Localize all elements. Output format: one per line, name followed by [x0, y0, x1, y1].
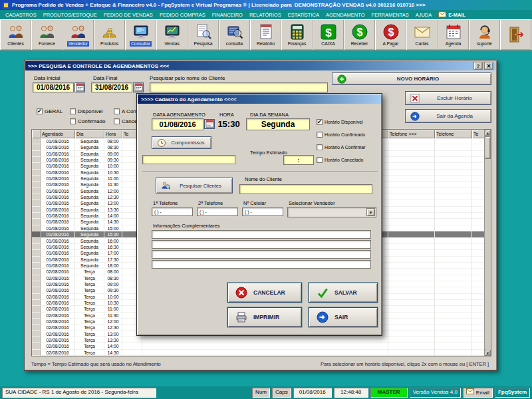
exit-icon — [507, 26, 525, 43]
celular-input[interactable]: ( ) - — [242, 207, 283, 216]
column-header[interactable]: Hora — [104, 130, 122, 138]
column-header[interactable]: Telefone — [435, 130, 472, 138]
cell-hora: 12:00 — [104, 188, 122, 194]
imprimir-button[interactable]: IMPRIMIR — [227, 307, 302, 327]
cell-agendado: 01/08/2016 — [41, 238, 75, 244]
column-header[interactable]: Agendado — [41, 130, 75, 138]
dia-da-semana-field: Segunda — [246, 118, 310, 130]
cell-hora: 14:30 — [104, 350, 122, 356]
scroll-up-icon[interactable]: ▲ — [485, 130, 491, 136]
suppliers-icon — [39, 23, 56, 41]
menu-item-agendamento[interactable]: AGENDAMENTO — [323, 12, 368, 18]
close-button[interactable]: ✕ — [484, 62, 493, 70]
menu-item-financeiro[interactable]: FINANCEIRO — [209, 12, 246, 18]
checkbox-horario-confirmado[interactable]: Horário Confirmado — [317, 132, 365, 138]
toolbar-receive-button[interactable]: $Receber — [344, 19, 375, 50]
footer-note-right: Para selecionar um horário disponível, c… — [321, 361, 489, 367]
observacao-field[interactable] — [142, 155, 235, 164]
checkbox-horario-cancelado[interactable]: Horário Cancelado — [317, 157, 363, 163]
checkbox-geral[interactable]: GERAL — [37, 108, 63, 114]
nome-cliente-input[interactable] — [239, 184, 372, 194]
toolbar-query-button[interactable]: consulta — [219, 19, 250, 50]
cell-agendado: 01/08/2016 — [41, 144, 75, 150]
toolbar-cash-button[interactable]: $CAIXA — [313, 19, 344, 50]
title-bar: Programa Pedido de Vendas + Estoque & Fi… — [0, 0, 532, 10]
menu-item-pedido-de-vendas[interactable]: PEDIDO DE VENDAS — [100, 12, 156, 18]
checkbox-disponivel[interactable]: Disponível — [70, 108, 102, 114]
toolbar-label: Fornece — [39, 41, 55, 47]
scroll-down-icon[interactable]: ▼ — [485, 350, 491, 356]
toolbar-clients-button[interactable]: Clientes — [0, 19, 31, 50]
help-button[interactable]: ? — [473, 62, 483, 70]
data-agendamento-field[interactable]: 01/08/2016 — [152, 118, 203, 130]
cell-hora: 12:00 — [104, 319, 122, 325]
menu-item-relatorios[interactable]: RELATÓRIOS — [246, 12, 285, 18]
chevron-down-icon[interactable]: ▼ — [366, 208, 375, 216]
salvar-button[interactable]: SALVAR — [309, 283, 378, 303]
toolbar-exit-button[interactable] — [500, 19, 531, 50]
column-header[interactable] — [32, 130, 41, 138]
toolbar-letters-button[interactable]: Cartas — [406, 19, 438, 50]
status-num: Num — [252, 388, 270, 398]
data-final-field[interactable]: 31/08/2016 — [91, 82, 132, 92]
checkbox-horario-disponivel[interactable]: Horário Disponível — [317, 119, 363, 125]
compromissos-button[interactable]: Compromissos — [152, 136, 211, 149]
excluir-horario-button[interactable]: Excluir Horário — [405, 91, 491, 105]
column-header[interactable]: Telefone >>> — [388, 130, 435, 138]
sair-da-agenda-button[interactable]: Sair da Agenda — [405, 109, 491, 123]
data-final-calendar-button[interactable] — [133, 82, 144, 92]
menu-item-email[interactable]: E-MAIL — [435, 11, 469, 19]
telefone1-input[interactable]: ( ) - — [152, 207, 193, 216]
toolbar-search-doc-button[interactable]: Pesquisa — [188, 19, 219, 50]
checkbox-horario-a-confirmar[interactable]: Horário A Confirmar — [317, 144, 365, 150]
toolbar-pay-button[interactable]: $A Pagar — [375, 19, 406, 50]
printer-icon — [235, 311, 247, 323]
license-text: DEMONSTRAÇÃO VENDAS v4.0 301216 010716 >… — [295, 2, 426, 8]
pesquisar-clientes-button[interactable]: Pesquisar Clientes — [156, 178, 233, 194]
toolbar-suppliers-button[interactable]: Fornece — [31, 19, 63, 50]
calendar-icon — [134, 82, 143, 94]
toolbar-report-button[interactable]: Relatório — [250, 19, 281, 50]
scroll-thumb[interactable] — [485, 136, 491, 159]
telefone2-input[interactable]: ( ) - — [197, 207, 238, 216]
menu-item-ajuda[interactable]: AJUDA — [412, 12, 436, 18]
cancelar-button[interactable]: CANCELAR — [227, 283, 302, 303]
table-row[interactable]: 02/08/2016Terça13:30 — [32, 337, 485, 343]
search-client-input[interactable] — [150, 82, 328, 92]
menu-item-ferramentas[interactable]: FERRAMENTAS — [368, 12, 412, 18]
table-row[interactable]: 02/08/2016Terça14:00 — [32, 343, 485, 349]
checkbox-confirmado[interactable]: Confirmado — [70, 118, 105, 124]
menu-item-estatistica[interactable]: ESTATÍSTICA — [285, 12, 323, 18]
calendar-button[interactable] — [204, 119, 215, 129]
info-line-input[interactable] — [152, 250, 371, 259]
menu-item-produtos-estoque[interactable]: PRODUTOS/ESTOQUE — [40, 12, 100, 18]
toolbar-support-button[interactable]: suporte — [469, 19, 500, 50]
cell-hora: 08:00 — [104, 269, 122, 275]
menu-bar-items: CADASTROSPRODUTOS/ESTOQUEPEDIDO DE VENDA… — [2, 12, 435, 18]
cell-dia: Terça — [75, 319, 104, 325]
novo-horario-button[interactable]: NOVO HORÁRIO — [332, 72, 491, 85]
column-header[interactable]: Te — [472, 130, 485, 138]
tempo-estimado-field[interactable]: : — [283, 155, 314, 165]
toolbar-agenda-button[interactable]: Agenda — [438, 19, 469, 50]
toolbar-sellers-button[interactable]: Vendedor — [63, 19, 94, 50]
menu-item-cadastros[interactable]: CADASTROS — [2, 12, 40, 18]
toolbar-finance-button[interactable]: Finanças — [281, 19, 313, 50]
info-line-input[interactable] — [152, 230, 371, 239]
info-line-input[interactable] — [152, 260, 371, 269]
data-inicial-field[interactable]: 01/08/2016 — [33, 82, 74, 92]
app-icon — [3, 2, 9, 9]
menu-item-pedido-compras[interactable]: PEDIDO COMPRAS — [156, 12, 209, 18]
column-header[interactable]: Dia — [75, 130, 104, 138]
vertical-scrollbar[interactable]: ▲ ▼ — [484, 130, 491, 356]
table-row[interactable]: 02/08/2016Terça14:30 — [32, 350, 485, 356]
application-window: Programa Pedido de Vendas + Estoque & Fi… — [0, 0, 532, 399]
data-inicial-calendar-button[interactable] — [74, 82, 85, 92]
toolbar-sales-button[interactable]: Vendas — [156, 19, 188, 50]
info-line-input[interactable] — [152, 240, 371, 249]
status-email-button[interactable]: Email — [463, 388, 493, 398]
vendedor-dropdown[interactable]: ▼ — [287, 207, 376, 217]
sair-button[interactable]: SAIR — [309, 307, 378, 327]
toolbar-products-button[interactable]: Produtos — [94, 19, 125, 50]
toolbar-consult-button[interactable]: Consultar — [125, 19, 156, 50]
